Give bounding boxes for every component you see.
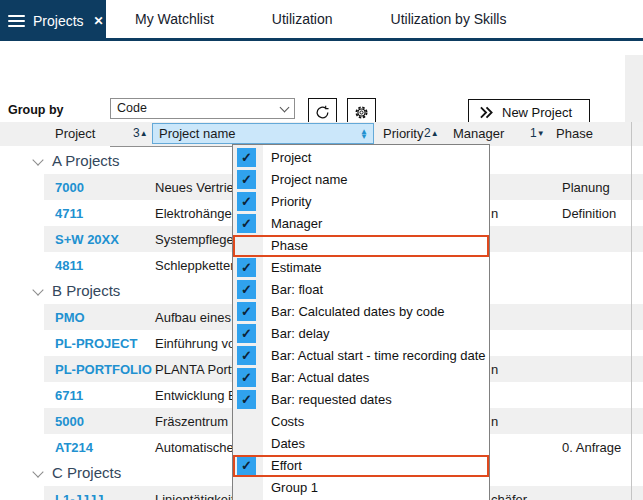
project-code-link[interactable]: 5000 — [55, 414, 84, 429]
menu-item-label: Dates — [271, 436, 305, 451]
project-name-cell: Elektrohängeb — [155, 206, 239, 221]
project-name-cell: Neues Vertrieb — [155, 180, 241, 195]
menu-item-label: Bar: float — [271, 282, 323, 297]
column-menu-item-effort[interactable]: ✓ Effort — [233, 455, 489, 477]
hamburger-icon[interactable] — [8, 15, 25, 27]
column-header-project-name[interactable]: Project name ▲▼ — [152, 123, 374, 144]
menu-item-label: Project — [271, 150, 311, 165]
column-menu-item-phase[interactable]: Phase — [233, 235, 489, 257]
menu-item-label: Bar: Actual start - time recording date — [271, 348, 486, 363]
collapse-chevron-icon[interactable] — [32, 154, 43, 165]
phase-cell: Planung — [562, 180, 610, 195]
scrollbar-track[interactable] — [625, 55, 643, 122]
tab-bar: Projects ✕ My WatchlistUtilizationUtiliz… — [0, 0, 643, 41]
refresh-icon — [314, 104, 331, 121]
grid-header: Project 3▲ Project name ▲▼ Priority 2▲ M… — [0, 122, 643, 146]
column-menu-item-bar-actual-dates[interactable]: ✓ Bar: Actual dates — [233, 367, 489, 389]
column-menu-item-project[interactable]: ✓ Project — [233, 147, 489, 169]
project-name-cell: Schleppketten — [155, 258, 237, 273]
group-by-label: Group by — [8, 103, 64, 117]
project-name-cell: Automatisches — [155, 440, 240, 455]
column-menu-item-costs[interactable]: Costs — [233, 411, 489, 433]
project-code-link[interactable]: 4711 — [55, 206, 83, 221]
menu-item-label: Phase — [271, 238, 308, 253]
manager-cell: n — [491, 206, 498, 221]
column-menu-item-project-name[interactable]: ✓ Project name — [233, 169, 489, 191]
menu-item-label: Bar: Calculated dates by code — [271, 304, 444, 319]
project-code-link[interactable]: 7000 — [55, 180, 84, 195]
sort-indicator-priority: 2▲ — [424, 126, 439, 140]
project-code-link[interactable]: PMO — [55, 310, 85, 325]
project-code-link[interactable]: PL-PORTFOLIO — [55, 362, 152, 377]
project-name-cell: Systempflege — [155, 232, 234, 247]
column-menu-item-priority[interactable]: ✓ Priority — [233, 191, 489, 213]
manager-cell: n — [491, 414, 498, 429]
manager-cell: n — [491, 362, 498, 377]
project-name-cell: PLANTA Portfo — [155, 362, 242, 377]
menu-item-label: Effort — [271, 458, 302, 473]
column-header-project[interactable]: Project — [55, 126, 95, 141]
group-by-select[interactable]: Code — [110, 98, 295, 119]
group-label: C Projects — [52, 464, 121, 481]
close-tab-icon[interactable]: ✕ — [94, 15, 104, 27]
project-name-cell: Linientätigkeit — [155, 492, 235, 500]
column-header-priority[interactable]: Priority — [383, 126, 423, 141]
group-by-value: Code — [117, 101, 147, 115]
checkbox-checked-icon[interactable]: ✓ — [237, 280, 256, 299]
checkbox-checked-icon[interactable]: ✓ — [237, 346, 256, 365]
tab-utilization[interactable]: Utilization — [243, 11, 362, 27]
sort-updown-icon[interactable]: ▲▼ — [360, 129, 368, 139]
column-menu-item-dates[interactable]: Dates — [233, 433, 489, 455]
checkbox-checked-icon[interactable]: ✓ — [237, 258, 256, 277]
planta-project-app: Projects ✕ My WatchlistUtilizationUtiliz… — [0, 0, 643, 500]
project-name-header-label: Project name — [159, 126, 236, 141]
checkbox-checked-icon[interactable]: ✓ — [237, 368, 256, 387]
inactive-tabs: My WatchlistUtilizationUtilization by Sk… — [106, 0, 535, 38]
column-menu-item-estimate[interactable]: ✓ Estimate — [233, 257, 489, 279]
column-menu-item-manager[interactable]: ✓ Manager — [233, 213, 489, 235]
column-header-manager[interactable]: Manager — [453, 126, 504, 141]
column-menu-item-bar-delay[interactable]: ✓ Bar: delay — [233, 323, 489, 345]
tab-utilization-by-skills[interactable]: Utilization by Skills — [362, 11, 536, 27]
sort-indicator-manager: 1▼ — [530, 126, 545, 140]
column-header-phase[interactable]: Phase — [556, 126, 593, 141]
new-project-label: New Project — [502, 105, 572, 120]
tab-projects-active[interactable]: Projects ✕ — [0, 0, 106, 41]
checkbox-checked-icon[interactable]: ✓ — [237, 302, 256, 321]
menu-item-label: Bar: Actual dates — [271, 370, 369, 385]
column-menu-item-bar-calculated-dates-by-code[interactable]: ✓ Bar: Calculated dates by code — [233, 301, 489, 323]
project-code-link[interactable]: S+W 20XX — [55, 232, 119, 247]
double-chevron-right-icon — [479, 106, 494, 119]
menu-item-label: Project name — [271, 172, 348, 187]
checkbox-checked-icon[interactable]: ✓ — [237, 170, 256, 189]
column-menu-item-group-1[interactable]: Group 1 — [233, 477, 489, 499]
collapse-chevron-icon[interactable] — [32, 284, 43, 295]
checkbox-checked-icon[interactable]: ✓ — [237, 456, 256, 475]
checkbox-checked-icon[interactable]: ✓ — [237, 324, 256, 343]
tab-my-watchlist[interactable]: My Watchlist — [106, 11, 243, 27]
collapse-chevron-icon[interactable] — [32, 466, 43, 477]
checkbox-checked-icon[interactable]: ✓ — [237, 214, 256, 233]
menu-item-label: Manager — [271, 216, 322, 231]
checkbox-checked-icon[interactable]: ✓ — [237, 390, 256, 409]
checkbox-checked-icon[interactable]: ✓ — [237, 148, 256, 167]
column-menu-item-bar-requested-dates[interactable]: ✓ Bar: requested dates — [233, 389, 489, 411]
checkbox-checked-icon[interactable]: ✓ — [237, 192, 256, 211]
menu-item-label: Priority — [271, 194, 311, 209]
menu-item-label: Bar: delay — [271, 326, 330, 341]
active-tab-label: Projects — [33, 13, 84, 29]
project-code-link[interactable]: PL-PROJECT — [55, 336, 137, 351]
column-menu-item-bar-float[interactable]: ✓ Bar: float — [233, 279, 489, 301]
project-name-cell: Aufbau eines P — [155, 310, 243, 325]
phase-cell: 0. Anfrage — [562, 440, 621, 455]
project-code-link[interactable]: 4811 — [55, 258, 83, 273]
chevron-down-icon — [280, 103, 290, 113]
project-code-link[interactable]: L1-JJJJ — [55, 492, 103, 500]
project-code-link[interactable]: 6711 — [55, 388, 83, 403]
column-separator-line — [631, 122, 632, 500]
menu-item-label: Group 1 — [271, 480, 318, 495]
column-menu-item-bar-actual-start-time-recording-date[interactable]: ✓ Bar: Actual start - time recording dat… — [233, 345, 489, 367]
gear-icon — [353, 104, 370, 121]
phase-cell: Definition — [562, 206, 616, 221]
project-code-link[interactable]: AT214 — [55, 440, 93, 455]
